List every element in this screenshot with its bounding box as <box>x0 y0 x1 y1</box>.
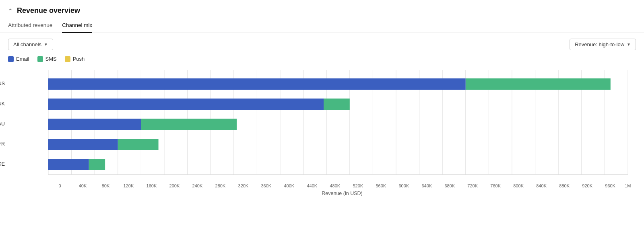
x-tick-label: 480K <box>324 183 347 188</box>
channels-filter-arrow-icon: ▼ <box>44 42 48 47</box>
x-tick-label: 160K <box>140 183 163 188</box>
x-tick-label: 680K <box>438 183 461 188</box>
x-tick-label: 80K <box>94 183 117 188</box>
section-title: Revenue overview <box>17 6 80 15</box>
x-tick-label: 120K <box>117 183 140 188</box>
x-tick-label: 240K <box>186 183 209 188</box>
svg-rect-29 <box>48 99 324 110</box>
x-tick-label: 520K <box>347 183 369 188</box>
legend-label-email: Email <box>16 56 29 62</box>
row-label: SWAK Lip FR <box>0 141 5 147</box>
legend-item-push: Push <box>65 56 85 62</box>
tab-attributed-revenue[interactable]: Attributed revenue <box>8 19 52 33</box>
svg-rect-30 <box>324 99 350 110</box>
legend-label-sms: SMS <box>45 56 57 62</box>
tab-bar: Attributed revenue Channel mix <box>0 19 644 33</box>
x-tick-label: 640K <box>415 183 438 188</box>
revenue-overview-container: ⌃ Revenue overview Attributed revenue Ch… <box>0 0 644 226</box>
controls-row: All channels ▼ Revenue: high-to-low ▼ <box>0 33 644 56</box>
x-tick-label: 280K <box>209 183 232 188</box>
legend-color-email <box>8 56 14 62</box>
chart-legend: Email SMS Push <box>0 56 644 66</box>
x-tick-label: 440K <box>301 183 324 188</box>
x-tick-label: 320K <box>232 183 255 188</box>
x-tick-label: 800K <box>507 183 530 188</box>
x-tick-label: 760K <box>484 183 507 188</box>
legend-item-sms: SMS <box>37 56 57 62</box>
sort-dropdown[interactable]: Revenue: high-to-low ▼ <box>570 39 636 50</box>
svg-rect-36 <box>89 159 105 170</box>
x-tick-label: 400K <box>278 183 301 188</box>
row-label: SWAK Lip DE <box>0 161 5 167</box>
svg-rect-35 <box>48 159 89 170</box>
svg-rect-34 <box>118 139 159 150</box>
x-tick-label: 360K <box>255 183 278 188</box>
x-tick-label: 960K <box>599 183 622 188</box>
x-tick-label: 600K <box>392 183 415 188</box>
channels-filter-label: All channels <box>13 41 41 47</box>
svg-rect-31 <box>48 119 141 130</box>
svg-rect-32 <box>141 119 237 130</box>
x-tick-label: 0 <box>48 183 71 188</box>
legend-color-push <box>65 56 70 62</box>
x-tick-label: 200K <box>163 183 186 188</box>
legend-color-sms <box>37 56 43 62</box>
row-label: SWAK Lip UK <box>0 101 5 107</box>
x-tick-label: 1M <box>625 183 631 188</box>
sort-arrow-icon: ▼ <box>627 42 631 47</box>
legend-label-push: Push <box>73 56 85 62</box>
channels-filter-dropdown[interactable]: All channels ▼ <box>8 39 53 50</box>
x-tick-label: 720K <box>461 183 484 188</box>
x-tick-label: 880K <box>553 183 576 188</box>
collapse-icon[interactable]: ⌃ <box>8 8 13 14</box>
svg-rect-27 <box>48 78 466 90</box>
row-label: SWAK Lip US <box>0 81 5 86</box>
row-label: SWAK Lip AU <box>0 121 5 127</box>
x-tick-label: 560K <box>369 183 392 188</box>
sort-label: Revenue: high-to-low <box>575 41 624 47</box>
svg-rect-33 <box>48 139 118 150</box>
x-tick-label: 840K <box>530 183 553 188</box>
chart-area: 040K80K120K160K200K240K280K320K360K400K4… <box>0 66 644 200</box>
svg-rect-28 <box>466 78 611 90</box>
legend-item-email: Email <box>8 56 29 62</box>
x-tick-label: 920K <box>576 183 599 188</box>
section-header: ⌃ Revenue overview <box>0 0 644 15</box>
x-axis-label: Revenue (in USD) <box>8 191 636 196</box>
x-tick-label: 40K <box>71 183 94 188</box>
tab-channel-mix[interactable]: Channel mix <box>62 19 92 33</box>
